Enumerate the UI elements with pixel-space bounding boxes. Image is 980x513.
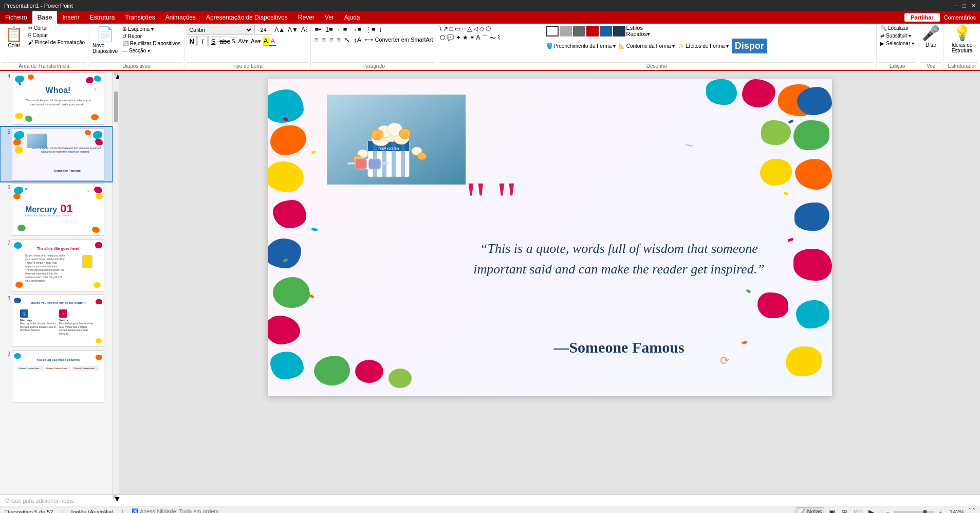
bullets-btn[interactable]: ≡• [313,25,323,34]
tab-ver[interactable]: Ver [320,11,339,24]
main-slide[interactable]: ⟳ 〜 ∿ [267,79,833,396]
pent-tool[interactable]: ⬠ [485,25,491,33]
quote-author-display[interactable]: —Someone Famous [468,339,770,356]
style1[interactable] [546,26,559,36]
close-btn[interactable]: ✕ [971,3,976,9]
line-tool[interactable]: \ [439,25,442,33]
decrease-font-btn[interactable]: A▼ [287,26,299,34]
columns-btn[interactable]: ⋮≡ [363,25,377,34]
normal-view-btn[interactable]: ▣ [826,507,837,514]
fit-btn[interactable]: ⛶ [968,508,975,513]
style4[interactable] [586,26,599,36]
accessibility-btn[interactable]: ♿ Acessibilidade: Tudo em ordem [132,508,219,513]
hex-tool[interactable]: ⬡ [439,33,446,43]
tab-apresentacao[interactable]: Apresentação de Diapositivos [201,11,293,24]
font-size-input[interactable] [254,25,272,35]
shadow-btn[interactable]: S [230,37,236,45]
style3[interactable] [573,26,585,36]
text-box-tool[interactable]: A [476,33,481,43]
star4-tool[interactable]: ✦ [455,33,461,43]
paste-button[interactable]: 📋 Colar [2,25,26,49]
window-controls[interactable]: ─ □ ✕ [954,3,976,9]
new-slide-button[interactable]: 📄 NovoDiapositivo [90,25,120,55]
tab-ficheiro[interactable]: Ficheiro [0,11,32,24]
tab-animacoes[interactable]: Animações [160,11,201,24]
comments-button[interactable]: Comentários [944,14,976,21]
circle-tool[interactable]: ○ [461,25,466,33]
share-button[interactable]: Partilhar [904,13,940,22]
text-direction-btn[interactable]: ⤡ [343,35,352,44]
fill-btn[interactable]: 🪣 Preenchimento da Forma ▾ [546,43,616,49]
star8-tool[interactable]: ✴ [469,33,475,43]
scroll-up-btn[interactable]: ▲ [114,72,118,76]
convert-smartart-btn[interactable]: ⟷ Converter em SmartArt [363,36,434,44]
zoom-slider[interactable] [894,511,935,513]
align-right-btn[interactable]: ≡ [328,35,335,44]
underline-btn[interactable]: S [208,36,218,46]
callout-tool[interactable]: 💬 [446,33,455,43]
slide-sorter-btn[interactable]: ⊞ [839,507,849,514]
char-spacing-btn[interactable]: AV▾ [237,38,249,45]
slideshow-btn[interactable]: ▶ [866,507,876,514]
tab-base[interactable]: Base [32,11,58,24]
format-painter-button[interactable]: 🖌 Pincel de Formatação [27,39,86,46]
style2[interactable] [560,26,572,36]
slide-thumb-4[interactable]: 4 Whoa! This could be part of the presen… [0,71,113,126]
tab-estrutura[interactable]: Estrutura [85,11,120,24]
slide-thumb-8[interactable]: 8 Maybe you need to divide the content ☿… [0,293,113,349]
decrease-indent-btn[interactable]: ←≡ [335,25,349,34]
designer-icon[interactable]: 💡 [953,25,971,42]
outline-btn[interactable]: 📐 Contorno da Forma ▾ [619,43,675,49]
seccao-button[interactable]: — Secção ▾ [121,47,182,54]
layout-button[interactable]: ⊞ Esquema ▾ [121,26,182,32]
slide-thumb-9[interactable]: 9 You could use these columns Column 1 c… [0,349,113,404]
font-name-select[interactable]: Calibri [187,25,253,35]
slide-thumb-5[interactable]: 5 ❝ "This is a quote, words full of wisd… [0,126,113,182]
slide-panel-scroll[interactable]: ▲ ▼ [113,71,119,494]
repor-button[interactable]: ↺ Repor [121,33,182,40]
scroll-thumb[interactable] [114,91,118,122]
notes-view-btn[interactable]: 📝 Notas [796,507,824,514]
scroll-down-btn[interactable]: ▼ [113,494,117,499]
minimize-btn[interactable]: ─ [954,3,958,9]
select-button[interactable]: ▶ Selecionar ▾ [879,40,916,47]
line-spacing-btn[interactable]: ↕ [378,25,384,34]
zoom-in-btn[interactable]: + [939,509,942,514]
reutilizar-button[interactable]: 🔄 Reutilizar Diapositivos [121,40,182,47]
arrow-tool[interactable]: ↗ [442,25,449,33]
dispor-btn[interactable]: Dispor [732,39,767,53]
diamond-tool[interactable]: ◇ [479,25,485,33]
quick-styles-btn[interactable]: EstilosRápidos▾ [626,25,650,38]
tab-transicoes[interactable]: Transições [120,11,160,24]
clear-format-btn[interactable]: Aℓ [300,26,308,34]
bold-btn[interactable]: N [187,36,197,46]
freeform-tool[interactable]: ⌒ [482,33,489,43]
align-left-btn[interactable]: ≡ [313,35,320,44]
curve-tool[interactable]: ⌇ [497,33,501,43]
replace-button[interactable]: ⇄ Substituir ▾ [879,32,916,39]
align-text-btn[interactable]: ↕A [352,35,363,44]
justify-btn[interactable]: ≡ [336,35,343,44]
dictate-icon[interactable]: 🎤 [922,25,940,42]
rtriangle-tool[interactable]: ◁ [473,25,478,33]
zoom-out-btn[interactable]: − [886,509,889,514]
increase-font-btn[interactable]: A▲ [273,26,286,34]
quote-text-display[interactable]: “This is a quote, words full of wisdom t… [468,239,770,280]
triangle-tool[interactable]: △ [467,25,472,33]
tab-rever[interactable]: Rever [293,11,320,24]
numbered-list-btn[interactable]: 1≡ [324,25,335,34]
reading-view-btn[interactable]: 📖 [852,507,864,514]
roundrect-tool[interactable]: ▭ [454,25,461,33]
italic-btn[interactable]: I [197,36,208,46]
copy-button[interactable]: ⎘ Copiar [27,32,49,39]
tab-inserir[interactable]: Inserir [57,11,84,24]
scribble-tool[interactable]: 〜 [489,33,496,43]
slide-thumb-7[interactable]: 7 The slide title goes here! Do you know… [0,237,113,293]
font-color-btn[interactable]: A [269,36,276,46]
rect-tool[interactable]: □ [449,25,454,33]
maximize-btn[interactable]: □ [963,3,966,9]
star5-tool[interactable]: ★ [462,33,469,43]
slide-thumb-6[interactable]: 6 Mercury 01 Enter a subtitle here if yo… [0,182,113,237]
style5[interactable] [600,26,612,36]
highlight-btn[interactable]: A [263,36,269,46]
